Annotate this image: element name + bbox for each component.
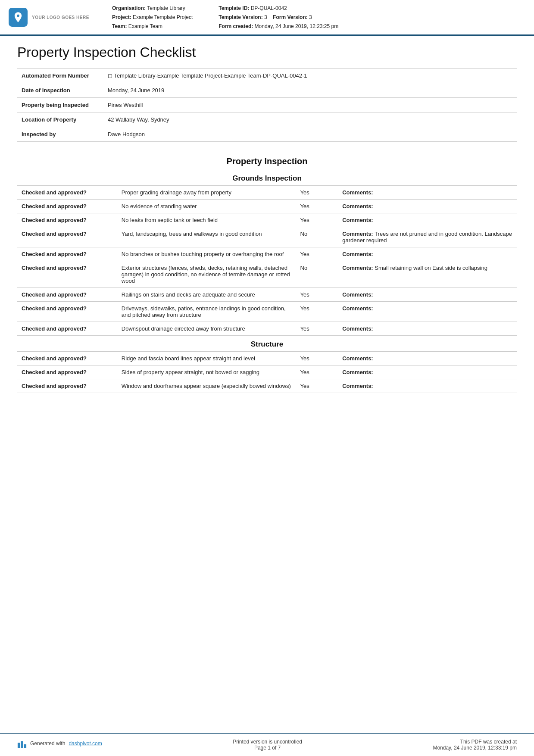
form-created-line: Form created: Monday, 24 June 2019, 12:2… bbox=[219, 22, 338, 30]
comments-label: Comments: bbox=[342, 355, 373, 362]
logo-area: YOUR LOGO GOES HERE bbox=[9, 4, 95, 30]
footer-created-date: Monday, 24 June 2019, 12:33:19 pm bbox=[433, 745, 517, 751]
logo-svg bbox=[12, 11, 24, 23]
project-value: Example Template Project bbox=[133, 14, 193, 20]
info-row: Property being Inspected Pines Westhill bbox=[17, 98, 517, 112]
checklist-desc: Downspout drainage directed away from st… bbox=[117, 322, 296, 336]
footer-link[interactable]: dashpivot.com bbox=[69, 740, 102, 747]
org-label: Organisation: bbox=[112, 5, 146, 11]
checklist-label: Checked and approved? bbox=[17, 379, 117, 393]
checklist-desc: No leaks from septic tank or leech field bbox=[117, 213, 296, 227]
header: YOUR LOGO GOES HERE Organisation: Templa… bbox=[0, 0, 534, 36]
footer-left: Generated with dashpivot.com bbox=[17, 739, 102, 748]
sub-section-title-row: Grounds Inspection bbox=[17, 170, 517, 185]
checklist-desc: Driveways, sidewalks, patios, entrance l… bbox=[117, 302, 296, 322]
checklist-comments: Comments: bbox=[338, 247, 517, 261]
checklist-table: Checked and approved? Ridge and fascia b… bbox=[17, 351, 517, 393]
main-section-title-row: Property Inspection bbox=[17, 150, 517, 170]
sub-section-title: Structure bbox=[17, 340, 517, 349]
version-line: Template Version: 3 Form Version: 3 bbox=[219, 13, 338, 21]
checklist-label: Checked and approved? bbox=[17, 186, 117, 200]
checklist-desc: Ridge and fascia board lines appear stra… bbox=[117, 352, 296, 366]
checklist-comments: Comments: bbox=[338, 302, 517, 322]
sub-section-title-row: Structure bbox=[17, 336, 517, 351]
info-table: Automated Form Number ◻ Template Library… bbox=[17, 68, 517, 142]
svg-rect-2 bbox=[24, 744, 27, 748]
info-label: Automated Form Number bbox=[17, 69, 103, 83]
checklist-value: No bbox=[296, 261, 338, 288]
sub-section-title: Grounds Inspection bbox=[17, 174, 517, 183]
info-label: Location of Property bbox=[17, 112, 103, 127]
checklist-label: Checked and approved? bbox=[17, 302, 117, 322]
checklist-comments: Comments: bbox=[338, 352, 517, 366]
comments-label: Comments: bbox=[342, 369, 373, 375]
info-label: Date of Inspection bbox=[17, 83, 103, 98]
checklist-row: Checked and approved? No branches or bus… bbox=[17, 247, 517, 261]
logo-icon bbox=[9, 8, 28, 27]
comments-label: Comments: bbox=[342, 291, 373, 298]
template-id-value: DP-QUAL-0042 bbox=[251, 5, 287, 11]
footer-logo-icon bbox=[17, 739, 27, 748]
checklist-row: Checked and approved? Railings on stairs… bbox=[17, 288, 517, 302]
info-row: Automated Form Number ◻ Template Library… bbox=[17, 69, 517, 83]
comments-label: Comments: bbox=[342, 203, 373, 209]
checklist-comments: Comments: bbox=[338, 366, 517, 379]
template-id-line: Template ID: DP-QUAL-0042 bbox=[219, 4, 338, 12]
checklist-label: Checked and approved? bbox=[17, 288, 117, 302]
comments-label: Comments: bbox=[342, 265, 373, 271]
header-meta: Organisation: Template Library Project: … bbox=[112, 4, 521, 30]
checklist-value: Yes bbox=[296, 247, 338, 261]
comments-label: Comments: bbox=[342, 251, 373, 257]
footer-page: Page 1 of 7 bbox=[233, 745, 302, 751]
checklist-value: Yes bbox=[296, 322, 338, 336]
logo-text: YOUR LOGO GOES HERE bbox=[32, 15, 89, 20]
template-version-value: 3 bbox=[264, 14, 267, 20]
checklist-value: Yes bbox=[296, 352, 338, 366]
team-value: Example Team bbox=[128, 23, 162, 29]
checklist-value: Yes bbox=[296, 186, 338, 200]
project-line: Project: Example Template Project bbox=[112, 13, 193, 21]
checklist-desc: Window and doorframes appear square (esp… bbox=[117, 379, 296, 393]
checklist-desc: No evidence of standing water bbox=[117, 200, 296, 213]
form-version-label: Form Version: bbox=[273, 14, 308, 20]
info-value: Pines Westhill bbox=[103, 98, 517, 112]
team-line: Team: Example Team bbox=[112, 22, 193, 30]
info-value: Monday, 24 June 2019 bbox=[103, 83, 517, 98]
info-label: Inspected by bbox=[17, 127, 103, 142]
comments-label: Comments: bbox=[342, 231, 373, 237]
checklist-comments: Comments: Trees are not pruned and in go… bbox=[338, 227, 517, 247]
project-label: Project: bbox=[112, 14, 131, 20]
comments-value: Small retaining wall on East side is col… bbox=[375, 265, 487, 271]
checklist-label: Checked and approved? bbox=[17, 366, 117, 379]
info-row: Date of Inspection Monday, 24 June 2019 bbox=[17, 83, 517, 98]
checklist-row: Checked and approved? Downspout drainage… bbox=[17, 322, 517, 336]
form-created-value: Monday, 24 June 2019, 12:23:25 pm bbox=[255, 23, 339, 29]
checklist-comments: Comments: bbox=[338, 288, 517, 302]
checklist-value: Yes bbox=[296, 200, 338, 213]
checklist-desc: Exterior structures (fences, sheds, deck… bbox=[117, 261, 296, 288]
checklist-value: No bbox=[296, 227, 338, 247]
checklist-row: Checked and approved? No evidence of sta… bbox=[17, 200, 517, 213]
checklist-value: Yes bbox=[296, 213, 338, 227]
checklist-label: Checked and approved? bbox=[17, 261, 117, 288]
checklist-row: Checked and approved? Driveways, sidewal… bbox=[17, 302, 517, 322]
svg-rect-1 bbox=[21, 741, 23, 749]
checklist-comments: Comments: bbox=[338, 200, 517, 213]
checklist-desc: Railings on stairs and decks are adequat… bbox=[117, 288, 296, 302]
checklist-desc: Yard, landscaping, trees and walkways in… bbox=[117, 227, 296, 247]
template-version-label: Template Version: bbox=[219, 14, 262, 20]
checklist-row: Checked and approved? Proper grading dra… bbox=[17, 186, 517, 200]
checklist-label: Checked and approved? bbox=[17, 200, 117, 213]
checklist-comments: Comments: Small retaining wall on East s… bbox=[338, 261, 517, 288]
org-line: Organisation: Template Library bbox=[112, 4, 193, 12]
checklist-comments: Comments: bbox=[338, 186, 517, 200]
checklist-desc: No branches or bushes touching property … bbox=[117, 247, 296, 261]
checklist-label: Checked and approved? bbox=[17, 352, 117, 366]
footer-right: This PDF was created at Monday, 24 June … bbox=[433, 739, 517, 751]
checklist-comments: Comments: bbox=[338, 322, 517, 336]
checklist-table: Checked and approved? Proper grading dra… bbox=[17, 185, 517, 336]
main-content: Property Inspection Checklist Automated … bbox=[0, 36, 534, 733]
footer-created-text: This PDF was created at bbox=[433, 739, 517, 745]
checklist-value: Yes bbox=[296, 379, 338, 393]
info-label: Property being Inspected bbox=[17, 98, 103, 112]
